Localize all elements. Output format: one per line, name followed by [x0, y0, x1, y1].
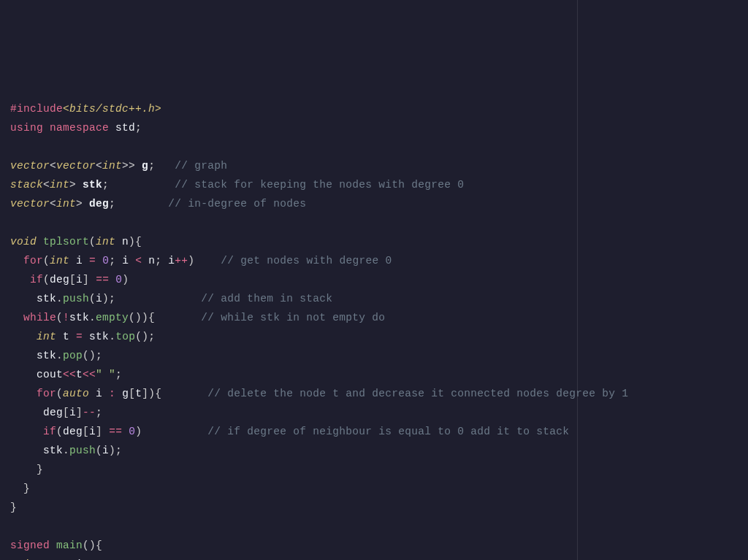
code-token: ();	[83, 350, 102, 361]
code-token	[69, 255, 76, 266]
code-token: while	[23, 312, 56, 323]
code-line[interactable]: stk.pop();	[10, 346, 738, 365]
code-token: >	[69, 179, 76, 191]
code-line[interactable]: vector<int> deg; // in-degree of nodes	[10, 194, 738, 213]
code-token: deg	[89, 198, 109, 210]
code-line[interactable]: signed main(){	[10, 536, 738, 555]
code-token: ]	[83, 274, 89, 285]
code-token: <	[43, 179, 50, 191]
code-token	[10, 464, 37, 475]
code-token: for	[37, 388, 56, 399]
code-token: )	[188, 255, 194, 266]
code-line[interactable]: int n; cin>>n;	[10, 555, 738, 560]
code-token: if	[43, 426, 56, 437]
code-token	[115, 236, 122, 248]
code-token: :	[109, 388, 115, 399]
code-line[interactable]: deg[i]--;	[10, 403, 738, 422]
code-line[interactable]: cout<<t<<" ";	[10, 365, 738, 384]
code-token	[10, 255, 23, 266]
code-token: g	[142, 160, 148, 172]
code-token: vector	[56, 160, 96, 172]
code-token: for	[23, 255, 43, 266]
code-line[interactable]: for(auto i : g[t]){ // delete the node t…	[10, 384, 738, 403]
code-token: [	[63, 407, 69, 418]
code-token: using	[10, 122, 43, 134]
code-line[interactable]: while(!stk.empty()){ // while stk in not…	[10, 308, 738, 327]
code-token: // graph	[175, 160, 227, 172]
code-line[interactable]	[10, 517, 738, 536]
code-token	[122, 426, 129, 437]
code-token: ;	[109, 255, 115, 266]
code-token: int	[102, 160, 122, 172]
code-token	[50, 540, 56, 551]
code-line[interactable]	[10, 213, 738, 232]
code-token: int	[50, 179, 69, 191]
code-token	[10, 369, 37, 380]
code-token: <bits/stdc++.h>	[63, 103, 161, 115]
code-token	[161, 255, 168, 266]
code-token: pop	[63, 350, 83, 361]
code-token	[142, 255, 148, 266]
code-line[interactable]: stack<int> stk; // stack for keeping the…	[10, 175, 738, 194]
code-token	[10, 388, 37, 399]
code-token: (	[43, 255, 50, 266]
code-token	[56, 331, 63, 342]
code-line[interactable]: }	[10, 479, 738, 498]
code-line[interactable]: if(deg[i] == 0) // if degree of neighbou…	[10, 422, 738, 441]
code-token: <	[135, 255, 142, 266]
code-line[interactable]	[10, 137, 738, 156]
code-token: int	[37, 331, 56, 342]
code-line[interactable]: using namespace std;	[10, 118, 738, 137]
code-line[interactable]: stk.push(i);	[10, 441, 738, 460]
code-token	[115, 388, 122, 399]
code-line[interactable]: #include<bits/stdc++.h>	[10, 99, 738, 118]
code-token: t	[76, 369, 83, 380]
code-token: int	[96, 236, 115, 248]
code-token: );	[102, 293, 115, 304]
code-token: vector	[10, 198, 50, 210]
code-line[interactable]: if(deg[i] == 0)	[10, 270, 738, 289]
code-token: <<	[83, 369, 96, 380]
code-token: stk	[43, 445, 63, 456]
code-line[interactable]: vector<vector<int>> g; // graph	[10, 156, 738, 175]
code-token: void	[10, 236, 37, 248]
code-token: 0	[129, 426, 135, 437]
code-line[interactable]: void tplsort(int n){	[10, 232, 738, 251]
code-token: );	[109, 445, 122, 456]
code-token: // delete the node t and decrease it con…	[207, 388, 628, 399]
code-token: t	[135, 388, 142, 399]
code-token	[155, 160, 175, 172]
code-token: (	[43, 274, 50, 285]
code-line[interactable]: for(int i = 0; i < n; i++) // get nodes …	[10, 251, 738, 270]
code-line[interactable]: }	[10, 460, 738, 479]
code-token: ]	[76, 407, 83, 418]
code-token: <	[50, 160, 56, 172]
code-token	[194, 255, 221, 266]
code-token: n	[148, 255, 155, 266]
code-token: vector	[10, 160, 50, 172]
code-line[interactable]: }	[10, 498, 738, 517]
code-token: }	[23, 483, 30, 494]
code-token: i	[76, 255, 83, 266]
code-line[interactable]: stk.push(i); // add them in stack	[10, 289, 738, 308]
code-token: int	[56, 198, 76, 210]
code-line[interactable]: int t = stk.top();	[10, 327, 738, 346]
code-token	[83, 255, 89, 266]
code-token: .	[63, 445, 69, 456]
code-token	[115, 255, 122, 266]
code-token: <	[50, 198, 56, 210]
code-token	[10, 350, 37, 361]
code-token: deg	[63, 426, 83, 437]
code-token: ){	[129, 236, 142, 248]
code-token: deg	[50, 274, 69, 285]
code-token: " "	[96, 369, 115, 380]
code-token	[83, 198, 89, 210]
code-editor[interactable]: #include<bits/stdc++.h>using namespace s…	[10, 99, 738, 560]
code-token: tplsort	[43, 236, 89, 248]
code-token: push	[69, 445, 96, 456]
code-token: // get nodes with degree 0	[221, 255, 392, 266]
code-token	[10, 445, 43, 456]
code-token: i	[96, 388, 102, 399]
code-token: ;	[155, 255, 161, 266]
code-token: i	[76, 274, 83, 285]
